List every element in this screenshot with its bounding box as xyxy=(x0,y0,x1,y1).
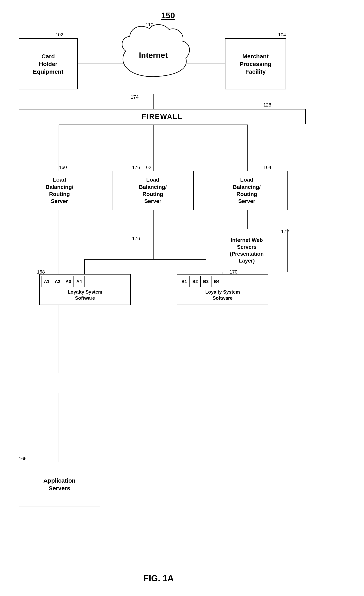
cell-a3: A3 xyxy=(63,276,74,287)
app-servers-box: ApplicationServers xyxy=(19,462,100,507)
ref-174: 174 xyxy=(131,94,139,100)
cell-b3: B3 xyxy=(201,276,211,287)
cell-a4: A4 xyxy=(74,276,84,287)
cell-b2: B2 xyxy=(190,276,201,287)
ref-164: 164 xyxy=(263,165,271,170)
ref-168: 168 xyxy=(37,269,45,275)
firewall-box: FIREWALL xyxy=(19,109,306,124)
loyalty-b-cells: B1 B2 B3 B4 xyxy=(179,276,266,287)
ref-170: 170 xyxy=(230,269,238,275)
ref-110: 110 xyxy=(145,22,153,28)
merchant-box: MerchantProcessingFacility xyxy=(225,38,286,89)
ref-160: 160 xyxy=(59,165,67,170)
diagram-title: 150 xyxy=(161,11,175,20)
loyalty-a-cells: A1 A2 A3 A4 xyxy=(41,276,129,287)
ref-176-bot: 176 xyxy=(132,236,140,241)
lb-server-2: LoadBalancing/RoutingServer xyxy=(112,171,193,210)
ref-176-top: 176 xyxy=(132,165,140,170)
loyalty-a-label: Loyalty SystemSoftware xyxy=(41,287,129,303)
svg-text:Internet: Internet xyxy=(139,51,168,60)
internet-cloud: Internet xyxy=(110,22,197,95)
ref-128: 128 xyxy=(263,102,271,108)
ref-104: 104 xyxy=(278,32,286,37)
cell-b1: B1 xyxy=(179,276,190,287)
card-holder-box: CardHolderEquipment xyxy=(19,38,78,89)
ref-102: 102 xyxy=(55,32,63,37)
diagram-container: 150 CardHolderEquipment 102 Internet 110… xyxy=(0,0,364,596)
web-servers-box: Internet WebServers(PresentationLayer) xyxy=(206,229,288,272)
lb-server-3: LoadBalancing/RoutingServer xyxy=(206,171,288,210)
loyalty-b-group: B1 B2 B3 B4 Loyalty SystemSoftware xyxy=(177,274,268,305)
cell-b4: B4 xyxy=(211,276,222,287)
loyalty-b-label: Loyalty SystemSoftware xyxy=(179,287,266,303)
cell-a2: A2 xyxy=(52,276,63,287)
loyalty-a-group: A1 A2 A3 A4 Loyalty SystemSoftware xyxy=(39,274,131,305)
ref-162: 162 xyxy=(143,165,151,170)
lb-server-1: LoadBalancing/RoutingServer xyxy=(19,171,100,210)
cell-a1: A1 xyxy=(41,276,52,287)
ref-172: 172 xyxy=(281,229,289,234)
ref-166: 166 xyxy=(19,456,27,462)
fig-caption: FIG. 1A xyxy=(143,574,174,583)
